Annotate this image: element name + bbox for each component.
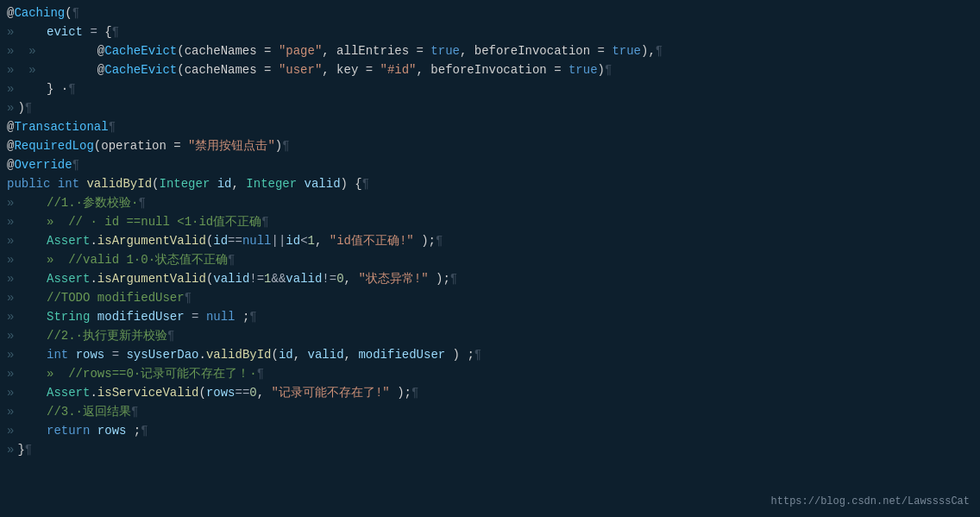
code-line: @RequiredLog(operation = "禁用按钮点击")¶ — [0, 136, 980, 155]
code-line: » //3.·返回结果¶ — [0, 402, 980, 421]
code-line: » int rows = sysUserDao.validById(id, va… — [0, 345, 980, 364]
code-line: » //1.·参数校验·¶ — [0, 193, 980, 212]
code-line: » //TODO modifiedUser¶ — [0, 288, 980, 307]
code-line: » » //rows==0·记录可能不存在了！·¶ — [0, 364, 980, 383]
code-line: » Assert.isServiceValid(rows==0, "记录可能不存… — [0, 383, 980, 402]
code-line: » } ·¶ — [0, 79, 980, 98]
code-line: »}¶ — [0, 440, 980, 459]
code-line: » » @CacheEvict(cacheNames = "page", all… — [0, 41, 980, 60]
code-line: » » // · id ==null <1·id值不正确¶ — [0, 212, 980, 231]
code-lines: @Caching(¶» evict = {¶» » @CacheEvict(ca… — [0, 3, 980, 459]
code-line: » return rows ;¶ — [0, 421, 980, 440]
code-line: @Caching(¶ — [0, 3, 980, 22]
code-line: @Transactional¶ — [0, 117, 980, 136]
code-editor: @Caching(¶» evict = {¶» » @CacheEvict(ca… — [0, 0, 980, 517]
code-line: » » @CacheEvict(cacheNames = "user", key… — [0, 60, 980, 79]
code-line: » » //valid 1·0·状态值不正确¶ — [0, 250, 980, 269]
code-line: » Assert.isArgumentValid(id==null||id<1,… — [0, 231, 980, 250]
code-line: public int validById(Integer id, Integer… — [0, 174, 980, 193]
code-line: » //2.·执行更新并校验¶ — [0, 326, 980, 345]
code-line: » Assert.isArgumentValid(valid!=1&&valid… — [0, 269, 980, 288]
code-line: » String modifiedUser = null ;¶ — [0, 307, 980, 326]
code-line: »)¶ — [0, 98, 980, 117]
code-line: @Override¶ — [0, 155, 980, 174]
watermark: https://blog.csdn.net/LawssssCat — [771, 494, 970, 510]
code-line: » evict = {¶ — [0, 22, 980, 41]
